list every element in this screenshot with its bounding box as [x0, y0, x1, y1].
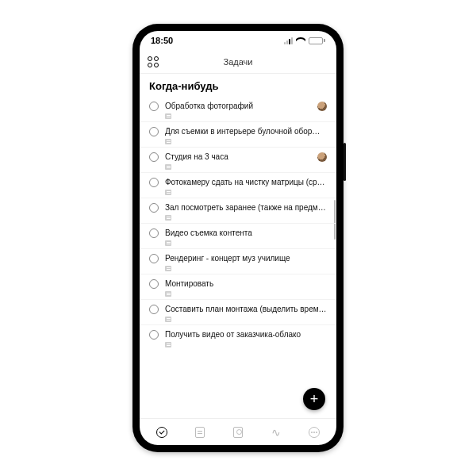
task-row[interactable]: Обработка фотографий — [140, 97, 336, 121]
task-row[interactable]: Для съемки в интерьере булочной обор… — [140, 121, 336, 147]
task-row[interactable]: Монтировать — [140, 274, 336, 299]
note-icon — [165, 342, 171, 347]
task-title: Для съемки в интерьере булочной обор… — [165, 126, 327, 136]
task-title: Зал посмотреть заранее (также на предмет… — [165, 202, 327, 213]
screen: 18:50 Задачи Когда-нибудь Обработка фото… — [140, 31, 336, 445]
more-icon — [309, 427, 320, 438]
task-row[interactable]: Получить видео от заказчика-облако — [140, 324, 336, 350]
task-title: Обработка фотографий — [165, 101, 327, 111]
assignee-avatar[interactable] — [317, 102, 327, 111]
task-body: Студия на 3 часа — [165, 152, 327, 170]
page-title: Задачи — [224, 57, 253, 67]
task-body: Обработка фотографий — [165, 101, 327, 119]
note-icon — [165, 164, 171, 170]
task-body: Зал посмотреть заранее (также на предмет… — [165, 202, 327, 221]
cell-signal-icon — [284, 37, 293, 44]
bottom-tab-bar: ∿ — [140, 418, 336, 445]
task-title: Составить план монтажа (выделить время в… — [165, 304, 327, 314]
note-icon — [165, 139, 171, 144]
note-icon — [165, 215, 171, 221]
note-icon — [165, 291, 171, 297]
wifi-icon — [296, 37, 305, 44]
task-title: Получить видео от заказчика-облако — [165, 329, 327, 340]
task-title: Студия на 3 часа — [165, 152, 327, 162]
task-radio[interactable] — [149, 102, 159, 111]
task-row[interactable]: Рендеринг - концерт муз училище — [140, 248, 336, 274]
task-list[interactable]: Обработка фотографийДля съемки в интерье… — [140, 97, 336, 418]
task-body: Видео съемка контента — [165, 228, 327, 246]
check-circle-icon — [156, 427, 167, 438]
task-row[interactable]: Фотокамеру сдать на чистку матрицы (сроч… — [140, 172, 336, 198]
note-icon — [165, 240, 171, 246]
task-title: Фотокамеру сдать на чистку матрицы (сроч… — [165, 177, 327, 187]
status-bar: 18:50 — [140, 31, 336, 50]
contact-icon — [233, 427, 243, 438]
plus-icon: + — [310, 392, 319, 406]
task-title: Монтировать — [165, 278, 327, 289]
task-body: Составить план монтажа (выделить время в… — [165, 304, 327, 322]
phone-side-button — [344, 143, 346, 181]
tab-more[interactable] — [307, 425, 321, 440]
tab-contacts[interactable] — [231, 425, 245, 440]
tab-activity[interactable]: ∿ — [269, 425, 283, 440]
task-row[interactable]: Студия на 3 часа — [140, 147, 336, 172]
task-title: Видео съемка контента — [165, 228, 327, 238]
note-icon — [165, 317, 171, 322]
note-icon — [165, 266, 171, 271]
add-task-button[interactable]: + — [303, 388, 325, 410]
task-body: Получить видео от заказчика-облако — [165, 329, 327, 347]
task-radio[interactable] — [149, 254, 159, 263]
task-radio[interactable] — [149, 279, 159, 289]
task-radio[interactable] — [149, 127, 159, 136]
note-icon — [165, 190, 171, 195]
task-radio[interactable] — [149, 152, 159, 162]
task-body: Рендеринг - концерт муз училище — [165, 253, 327, 271]
task-radio[interactable] — [149, 203, 159, 213]
clock: 18:50 — [151, 36, 173, 45]
task-body: Фотокамеру сдать на чистку матрицы (сроч… — [165, 177, 327, 195]
task-radio[interactable] — [149, 330, 159, 340]
task-radio[interactable] — [149, 305, 159, 314]
assignee-avatar[interactable] — [317, 152, 327, 162]
document-icon — [195, 427, 205, 438]
task-body: Монтировать — [165, 278, 327, 297]
section-title: Когда-нибудь — [140, 74, 336, 97]
tab-tasks[interactable] — [155, 425, 169, 440]
battery-icon — [309, 37, 325, 44]
app-header: Задачи — [140, 50, 336, 74]
task-radio[interactable] — [149, 228, 159, 238]
activity-icon: ∿ — [271, 426, 281, 439]
task-row[interactable]: Зал посмотреть заранее (также на предмет… — [140, 198, 336, 223]
task-title: Рендеринг - концерт муз училище — [165, 253, 327, 263]
phone-frame: 18:50 Задачи Когда-нибудь Обработка фото… — [132, 24, 344, 452]
task-row[interactable]: Видео съемка контента — [140, 223, 336, 248]
task-radio[interactable] — [149, 178, 159, 187]
tab-notes[interactable] — [193, 425, 207, 440]
task-body: Для съемки в интерьере булочной обор… — [165, 126, 327, 144]
task-row[interactable]: Составить план монтажа (выделить время в… — [140, 299, 336, 324]
status-icons — [284, 37, 325, 44]
menu-grid-icon[interactable] — [148, 56, 159, 67]
note-icon — [165, 113, 171, 119]
